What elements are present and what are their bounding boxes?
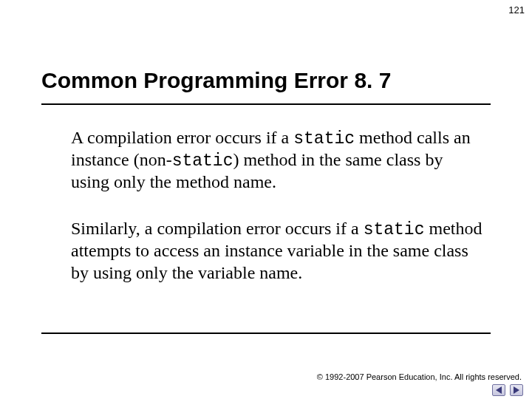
page-number: 121 bbox=[508, 4, 525, 16]
text-fragment: Similarly, a compilation error occurs if… bbox=[71, 219, 364, 238]
paragraph-1: A compilation error occurs if a static m… bbox=[71, 127, 485, 193]
code-fragment: static bbox=[364, 220, 425, 239]
next-slide-button[interactable] bbox=[510, 384, 523, 396]
svg-marker-1 bbox=[514, 386, 519, 394]
paragraph-2: Similarly, a compilation error occurs if… bbox=[71, 218, 485, 284]
copyright-text: 1992-2007 Pearson Education, Inc. All ri… bbox=[323, 372, 522, 381]
svg-marker-0 bbox=[496, 386, 502, 394]
slide-nav bbox=[492, 384, 523, 396]
copyright-footer: © 1992-2007 Pearson Education, Inc. All … bbox=[317, 372, 522, 381]
slide: 121 Common Programming Error 8. 7 A comp… bbox=[0, 0, 532, 399]
code-fragment: static bbox=[293, 129, 355, 149]
code-fragment: static bbox=[172, 151, 233, 171]
body-text: A compilation error occurs if a static m… bbox=[71, 127, 485, 309]
title-divider bbox=[41, 103, 491, 105]
triangle-left-icon bbox=[496, 386, 502, 394]
prev-slide-button[interactable] bbox=[492, 384, 505, 396]
copyright-symbol: © bbox=[317, 372, 323, 381]
text-fragment: A compilation error occurs if a bbox=[71, 128, 293, 147]
triangle-right-icon bbox=[514, 386, 519, 394]
bottom-divider bbox=[41, 332, 491, 334]
slide-title: Common Programming Error 8. 7 bbox=[41, 68, 491, 93]
